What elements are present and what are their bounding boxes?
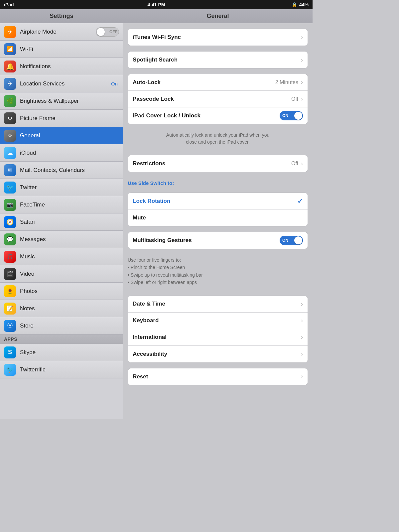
notifications-icon: 🔔 xyxy=(4,61,16,72)
keyboard-row[interactable]: Keyboard › xyxy=(128,313,308,329)
sidebar: Settings ✈ Airplane Mode OFF 📶 Wi-Fi 🔔 N… xyxy=(0,9,123,419)
facetime-icon: 📷 xyxy=(4,199,16,211)
itunes-group: iTunes Wi-Fi Sync › xyxy=(128,29,308,46)
sidebar-item-facetime[interactable]: 📷 FaceTime xyxy=(0,196,123,213)
location-value: On xyxy=(111,81,118,86)
sidebar-item-label: Video xyxy=(20,271,119,277)
chevron-icon: › xyxy=(301,34,303,41)
ipad-cover-toggle[interactable]: ON xyxy=(280,111,303,120)
messages-icon: 💬 xyxy=(4,233,16,245)
sidebar-item-label: Mail, Contacts, Calendars xyxy=(20,167,119,174)
sidebar-item-icloud[interactable]: ☁ iCloud xyxy=(0,144,123,162)
sidebar-item-notes[interactable]: 📝 Notes xyxy=(0,300,123,317)
sidebar-item-twitterrific[interactable]: 🐦 Twitterrific xyxy=(0,361,123,378)
sidebar-item-label: FaceTime xyxy=(20,201,119,208)
chevron-icon: › xyxy=(301,317,303,324)
chevron-icon: › xyxy=(301,350,303,357)
restrictions-group: Restrictions Off › xyxy=(128,155,308,172)
airplane-toggle[interactable]: OFF xyxy=(96,27,119,37)
itunes-wifi-sync-row[interactable]: iTunes Wi-Fi Sync › xyxy=(128,29,308,46)
international-row[interactable]: International › xyxy=(128,329,308,346)
auto-lock-row[interactable]: Auto-Lock 2 Minutes › xyxy=(128,74,308,91)
sidebar-item-store[interactable]: Ⓐ Store xyxy=(0,317,123,334)
passcode-lock-row[interactable]: Passcode Lock Off › xyxy=(128,91,308,107)
sidebar-item-skype[interactable]: S Skype xyxy=(0,344,123,361)
safari-icon: 🧭 xyxy=(4,216,16,228)
multitasking-gestures-label: Multitasking Gestures xyxy=(133,237,280,244)
sidebar-item-label: Photos xyxy=(20,288,119,295)
spotlight-group: Spotlight Search › xyxy=(128,51,308,68)
restrictions-row[interactable]: Restrictions Off › xyxy=(128,155,308,172)
sidebar-item-label: Picture Frame xyxy=(20,115,119,122)
date-time-row[interactable]: Date & Time › xyxy=(128,296,308,313)
sidebar-item-label: Location Services xyxy=(20,80,111,87)
sidebar-item-general[interactable]: ⚙ General xyxy=(0,127,123,144)
sidebar-item-safari[interactable]: 🧭 Safari xyxy=(0,213,123,231)
sidebar-item-label: Skype xyxy=(20,349,119,356)
sidebar-item-notifications[interactable]: 🔔 Notifications xyxy=(0,58,123,75)
sidebar-item-photos[interactable]: 🌻 Photos xyxy=(0,283,123,300)
ipad-cover-row[interactable]: iPad Cover Lock / Unlock ON xyxy=(128,107,308,124)
sidebar-item-label: iCloud xyxy=(20,150,119,156)
keyboard-label: Keyboard xyxy=(133,317,301,324)
sidebar-item-label: Store xyxy=(20,323,119,329)
multitasking-gestures-row[interactable]: Multitasking Gestures ON xyxy=(128,232,308,249)
spotlight-search-label: Spotlight Search xyxy=(133,57,301,63)
status-right: 🔒 44% xyxy=(292,2,309,7)
mute-row[interactable]: Mute xyxy=(128,209,308,226)
sidebar-item-twitter[interactable]: 🐦 Twitter xyxy=(0,179,123,196)
spotlight-search-row[interactable]: Spotlight Search › xyxy=(128,52,308,68)
multitasking-group: Multitasking Gestures ON xyxy=(128,232,308,249)
sidebar-item-brightness[interactable]: 🌿 Brightness & Wallpaper xyxy=(0,92,123,110)
icloud-icon: ☁ xyxy=(4,147,16,159)
apps-section-header: Apps xyxy=(0,334,123,344)
sidebar-item-video[interactable]: 🎬 Video xyxy=(0,265,123,283)
sidebar-item-label: Twitterrific xyxy=(20,366,119,373)
sidebar-item-label: Airplane Mode xyxy=(20,29,96,35)
sidebar-item-location[interactable]: ✈ Location Services On xyxy=(0,75,123,92)
skype-icon: S xyxy=(4,346,16,358)
notes-icon: 📝 xyxy=(4,303,16,315)
reset-label: Reset xyxy=(133,373,301,380)
sidebar-item-airplane[interactable]: ✈ Airplane Mode OFF xyxy=(0,23,123,41)
wifi-icon: 📶 xyxy=(4,43,16,55)
brightness-icon: 🌿 xyxy=(4,95,16,107)
sidebar-item-label: Brightness & Wallpaper xyxy=(20,98,119,104)
accessibility-row[interactable]: Accessibility › xyxy=(128,346,308,362)
sidebar-item-pictureframe[interactable]: ⚙ Picture Frame xyxy=(0,110,123,127)
music-icon: 🎵 xyxy=(4,251,16,263)
sidebar-item-wifi[interactable]: 📶 Wi-Fi xyxy=(0,41,123,58)
sidebar-item-label: Notifications xyxy=(20,63,119,70)
sidebar-item-label: Notes xyxy=(20,305,119,312)
status-bar: iPad 4:41 PM 🔒 44% xyxy=(0,0,313,9)
store-icon: Ⓐ xyxy=(4,320,16,332)
sidebar-item-music[interactable]: 🎵 Music xyxy=(0,248,123,265)
twitter-icon: 🐦 xyxy=(4,182,16,194)
chevron-icon: › xyxy=(301,373,303,380)
content-area: General iTunes Wi-Fi Sync › Spotlight Se… xyxy=(123,9,313,419)
sidebar-item-label: Music xyxy=(20,253,119,260)
reset-row[interactable]: Reset › xyxy=(128,368,308,385)
sidebar-item-label: Messages xyxy=(20,236,119,243)
lock-icon: 🔒 xyxy=(292,2,297,7)
passcode-lock-value: Off xyxy=(291,96,298,102)
chevron-icon: › xyxy=(301,334,303,341)
chevron-icon: › xyxy=(301,301,303,308)
accessibility-label: Accessibility xyxy=(133,351,301,357)
sidebar-item-messages[interactable]: 💬 Messages xyxy=(0,231,123,248)
ipad-cover-description: Automatically lock and unlock your iPad … xyxy=(123,130,313,150)
mute-label: Mute xyxy=(133,214,303,221)
battery-level: 44% xyxy=(299,2,309,7)
multitasking-toggle[interactable]: ON xyxy=(280,236,303,245)
status-ipad: iPad xyxy=(4,2,14,7)
lock-rotation-row[interactable]: Lock Rotation ✓ xyxy=(128,193,308,209)
chevron-icon: › xyxy=(301,95,303,102)
passcode-lock-label: Passcode Lock xyxy=(133,96,291,102)
status-time: 4:41 PM xyxy=(148,2,165,7)
lock-group: Auto-Lock 2 Minutes › Passcode Lock Off … xyxy=(128,74,308,124)
sidebar-item-mail[interactable]: ✉ Mail, Contacts, Calendars xyxy=(0,162,123,179)
side-switch-group: Lock Rotation ✓ Mute xyxy=(128,193,308,226)
sidebar-item-label: General xyxy=(20,132,119,139)
main-layout: Settings ✈ Airplane Mode OFF 📶 Wi-Fi 🔔 N… xyxy=(0,9,313,419)
content-header: General xyxy=(123,9,313,23)
